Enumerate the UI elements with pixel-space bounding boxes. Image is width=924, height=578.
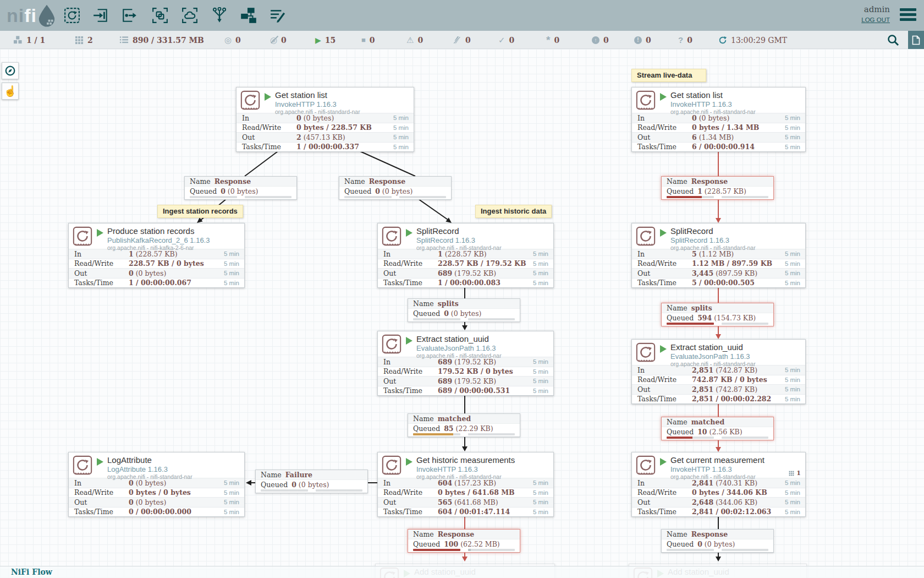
panel-toggle-button[interactable] xyxy=(908,31,924,49)
connection-response-5[interactable]: NameResponse Queued0 (0 bytes) xyxy=(661,529,774,553)
connection-splits-1[interactable]: Namesplits Queued0 (0 bytes) xyxy=(408,298,520,322)
processor-get-station-list-1[interactable]: Get station listInvokeHTTP 1.16.3org.apa… xyxy=(236,87,414,152)
stat-out-row: Out2 (457.13 KB)5 min xyxy=(237,132,414,142)
connection-matched-1[interactable]: Namematched Queued85 (22.29 KB) xyxy=(408,413,520,437)
processor-bundle: org.apache.nifi - nifi-standard-nar xyxy=(670,361,756,367)
breadcrumb-bar: NiFi Flow xyxy=(0,566,924,578)
processor-name: Extract station_uuid xyxy=(670,342,756,352)
processor-name: Produce station records xyxy=(107,226,210,236)
backpressure-bars xyxy=(662,323,773,326)
running-icon: ▶ xyxy=(315,36,321,44)
running-status: ▶15 xyxy=(315,31,336,49)
run-status-icon xyxy=(265,93,271,101)
navigate-palette-button[interactable] xyxy=(2,62,19,79)
processor-name: Get current measurement xyxy=(670,455,765,465)
transmitting-status: ◎0 xyxy=(224,31,241,49)
active-threads-status: 2 xyxy=(75,31,93,49)
backpressure-bars xyxy=(662,437,773,440)
connection-queued-row: Queued594 (154.73 KB) xyxy=(662,313,773,323)
run-status-icon xyxy=(97,229,103,237)
invalid-icon: ⚠ xyxy=(406,36,414,44)
backpressure-bars xyxy=(408,549,520,552)
flow-label-ingest-historic-data[interactable]: Ingest historic data xyxy=(475,205,552,218)
up-to-date-icon: ✓ xyxy=(498,36,505,44)
connection-response-3[interactable]: NameResponse Queued1 (228.57 KB) xyxy=(661,176,774,200)
processor-get-current-measurement[interactable]: Get current measurementInvokeHTTP 1.16.3… xyxy=(631,452,806,517)
processor-type: SplitRecord 1.16.3 xyxy=(670,236,756,244)
last-refresh[interactable]: 13:00:29 GMT xyxy=(718,31,787,49)
processor-icon xyxy=(381,226,402,249)
stat-readwrite-row: Read/Write742.87 KB / 0 bytes5 min xyxy=(632,375,805,385)
processor-name: SplitRecord xyxy=(670,226,756,236)
processor-extract-station-uuid-1[interactable]: Extract station_uuidEvaluateJsonPath 1.1… xyxy=(377,331,554,396)
processor-icon xyxy=(72,226,93,249)
backpressure-bars xyxy=(185,196,296,199)
stat-tasks-row: Tasks/Time6 / 00:00:00.9145 min xyxy=(632,142,805,152)
connection-queued-row: Queued85 (22.29 KB) xyxy=(408,424,520,433)
stat-readwrite-row: Read/Write0 bytes / 0 bytes5 min xyxy=(69,488,244,498)
processor-type: SplitRecord 1.16.3 xyxy=(416,236,502,244)
flow-label-ingest-station-records[interactable]: Ingest station records xyxy=(157,205,243,218)
logout-link[interactable]: LOG OUT xyxy=(861,17,890,23)
connection-failure[interactable]: NameFailure Queued0 (0 bytes) xyxy=(255,470,368,493)
cluster-icon xyxy=(13,35,23,45)
current-user: admin xyxy=(861,4,890,14)
template-tool-icon[interactable] xyxy=(240,7,257,24)
breadcrumb[interactable]: NiFi Flow xyxy=(11,568,52,576)
process-group-tool-icon[interactable] xyxy=(152,7,168,24)
stat-out-row: Out2,648 (344.06 KB)5 min xyxy=(632,497,805,507)
connection-name-row: Namesplits xyxy=(408,299,520,309)
processor-get-historic-measurements[interactable]: Get historic measurementsInvokeHTTP 1.16… xyxy=(377,452,554,517)
connection-queued-row: Queued10 (2.56 KB) xyxy=(662,427,773,437)
status-bar: 1 / 1 2 890 / 331.57 MB ◎0 ◎0 ▶15 ■0 ⚠0 … xyxy=(0,31,924,49)
processor-produce-station-records[interactable]: Produce station recordsPublishKafkaRecor… xyxy=(68,223,245,288)
input-port-tool-icon[interactable] xyxy=(92,7,109,24)
remote-process-group-tool-icon[interactable] xyxy=(182,7,198,24)
processor-extract-station-uuid-2[interactable]: Extract station_uuidEvaluateJsonPath 1.1… xyxy=(631,339,806,404)
search-button[interactable] xyxy=(887,34,900,47)
processor-bundle: org.apache.nifi - nifi-standard-nar xyxy=(670,244,756,251)
stat-tasks-row: Tasks/Time1 / 00:00:00.0675 min xyxy=(69,278,244,288)
stat-out-row: Out689 (179.52 KB)5 min xyxy=(378,376,553,386)
processor-bundle: org.apache.nifi - nifi-standard-nar xyxy=(107,473,193,480)
compass-icon xyxy=(5,66,15,76)
processor-bundle: org.apache.nifi - nifi-standard-nar xyxy=(416,352,502,359)
connection-matched-2[interactable]: Namematched Queued10 (2.56 KB) xyxy=(661,417,774,440)
stat-out-row: Out6 (1.34 MB)5 min xyxy=(632,132,805,142)
search-icon[interactable] xyxy=(887,34,900,47)
connection-queued-row: Queued0 (0 bytes) xyxy=(408,309,520,318)
backpressure-bars xyxy=(408,318,520,321)
refresh-icon[interactable] xyxy=(718,36,727,45)
flow-label-stream-live-data[interactable]: Stream live-data xyxy=(631,69,706,82)
backpressure-bars xyxy=(662,196,773,199)
app-header: nifi admin LOG OUT xyxy=(0,0,924,31)
threads-icon xyxy=(75,36,84,45)
processor-name: Get station list xyxy=(275,90,360,100)
connection-queued-row: Queued1 (228.57 KB) xyxy=(662,187,773,196)
processor-icon xyxy=(381,334,402,357)
threads-icon xyxy=(789,471,794,476)
operate-palette-button[interactable]: ☝ xyxy=(2,83,19,100)
output-port-tool-icon[interactable] xyxy=(121,7,138,24)
flow-canvas[interactable]: Stream live-data Ingest station records … xyxy=(0,49,924,578)
not-transmitting-icon: ◎ xyxy=(270,36,277,44)
stat-tasks-row: Tasks/Time2,841 / 00:02:12.0635 min xyxy=(632,507,805,517)
funnel-tool-icon[interactable] xyxy=(211,7,228,24)
connection-response-2[interactable]: NameResponse Queued0 (0 bytes) xyxy=(339,176,452,200)
connection-response-4[interactable]: NameResponse Queued100 (62.52 MB) xyxy=(408,529,520,553)
connection-splits-2[interactable]: Namesplits Queued594 (154.73 KB) xyxy=(661,303,774,326)
processor-splitrecord-2[interactable]: SplitRecordSplitRecord 1.16.3org.apache.… xyxy=(631,223,806,288)
processor-tool-icon[interactable] xyxy=(64,7,80,24)
stat-tasks-row: Tasks/Time1 / 00:00:00.3375 min xyxy=(237,142,414,152)
disabled-status: 0 xyxy=(453,31,471,49)
stat-tasks-row: Tasks/Time2,851 / 00:00:02.2825 min xyxy=(632,394,805,404)
global-menu-button[interactable] xyxy=(900,8,916,23)
label-tool-icon[interactable] xyxy=(270,7,286,24)
processor-icon xyxy=(635,455,656,478)
connection-name-row: Namesplits xyxy=(662,303,773,313)
processor-get-station-list-2[interactable]: Get station listInvokeHTTP 1.16.3org.apa… xyxy=(631,87,806,152)
processor-splitrecord-1[interactable]: SplitRecordSplitRecord 1.16.3org.apache.… xyxy=(377,223,554,288)
processor-logattribute[interactable]: LogAttributeLogAttribute 1.16.3org.apach… xyxy=(68,452,245,517)
connection-response-1[interactable]: NameResponse Queued0 (0 bytes) xyxy=(184,176,297,200)
connection-name-row: NameResponse xyxy=(662,530,773,539)
